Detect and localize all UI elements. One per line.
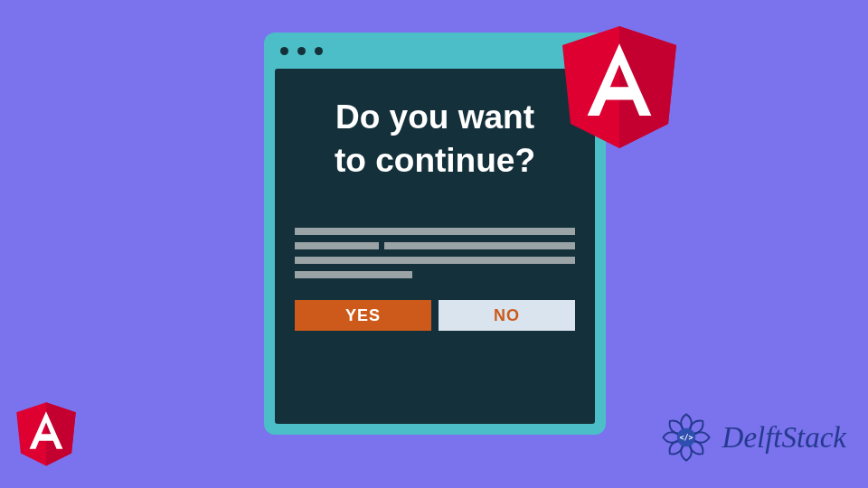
angular-logo-small-icon [11, 394, 81, 470]
prompt-line-1: Do you want [335, 99, 534, 136]
dialog-body: Do you want to continue? YES NO [275, 69, 595, 424]
dialog-buttons: YES NO [295, 300, 575, 331]
dialog-prompt: Do you want to continue? [295, 96, 575, 183]
placeholder-text-lines [295, 228, 575, 278]
window-control-dot[interactable] [297, 47, 306, 55]
delftstack-text: DelftStack [722, 421, 846, 455]
yes-button[interactable]: YES [295, 300, 431, 331]
delftstack-emblem-icon: </> [657, 408, 715, 466]
window-control-dot[interactable] [280, 47, 288, 55]
no-button[interactable]: NO [439, 300, 575, 331]
svg-text:</>: </> [679, 433, 693, 442]
prompt-line-2: to continue? [335, 142, 535, 179]
window-control-dot[interactable] [315, 47, 323, 55]
delftstack-logo: </> DelftStack [657, 408, 846, 466]
angular-logo-icon [552, 11, 687, 155]
